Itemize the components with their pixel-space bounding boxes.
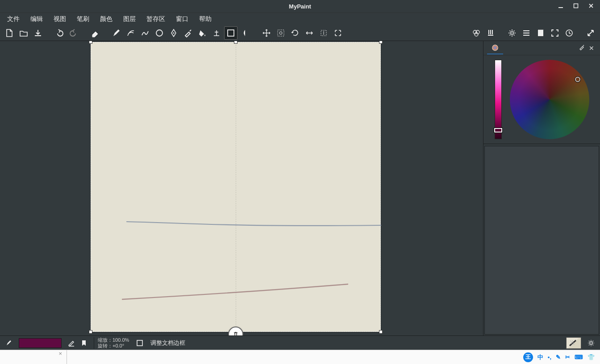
color-panel-body — [483, 55, 600, 144]
status-brush-icon[interactable] — [3, 337, 15, 349]
svg-rect-5 — [278, 30, 284, 36]
menu-color[interactable]: 颜色 — [95, 13, 118, 25]
status-edit-icon[interactable] — [65, 337, 78, 349]
ink-pen-icon[interactable] — [167, 26, 180, 40]
frame-trash-button[interactable] — [228, 327, 243, 335]
menu-bar: 文件 编辑 视图 笔刷 颜色 图层 暂存区 窗口 帮助 — [0, 12, 600, 25]
expand-icon[interactable] — [584, 26, 597, 40]
svg-point-15 — [492, 45, 498, 50]
eraser-icon[interactable] — [88, 26, 102, 40]
panel-picker-icon[interactable] — [577, 44, 587, 52]
color-swatches-icon[interactable] — [470, 26, 483, 40]
color-panel: ✕ — [483, 41, 600, 144]
undo-icon[interactable] — [53, 26, 66, 40]
svg-rect-16 — [137, 340, 142, 346]
right-sidebar: ✕ — [483, 41, 600, 335]
freehand-curve-icon[interactable] — [138, 26, 152, 40]
rotate-icon[interactable] — [288, 26, 302, 40]
open-file-icon[interactable] — [17, 26, 30, 40]
fit-width-icon[interactable] — [303, 26, 316, 40]
status-bar: 缩放：100.0% 旋转：+0.0° 调整文档边框 — [0, 335, 600, 350]
zoom-value: 100.0% — [112, 337, 129, 343]
frame-handle-br[interactable] — [379, 330, 383, 334]
status-frame-icon[interactable] — [133, 337, 146, 349]
tray-item-2[interactable]: ✎ — [556, 354, 561, 360]
zoom-fit-icon[interactable] — [274, 26, 288, 40]
tray-item-4[interactable]: ⌨ — [575, 354, 583, 360]
frame-handle-bl[interactable] — [89, 330, 92, 334]
color-wheel[interactable] — [510, 60, 589, 139]
svg-point-6 — [279, 32, 282, 34]
svg-rect-4 — [228, 30, 234, 36]
document-frame[interactable] — [91, 42, 381, 332]
options-icon[interactable] — [520, 26, 533, 40]
symmetry-icon[interactable] — [238, 26, 252, 40]
ellipse-icon[interactable] — [153, 26, 166, 40]
frame-icon[interactable] — [224, 26, 238, 40]
save-icon[interactable] — [31, 26, 45, 40]
gradient-icon[interactable] — [210, 26, 223, 40]
flood-fill-icon[interactable] — [196, 26, 209, 40]
menu-scratch[interactable]: 暂存区 — [141, 13, 171, 25]
menu-view[interactable]: 视图 — [48, 13, 71, 25]
os-taskbar: × 王 中 •, ✎ ✂ ⌨ 👕 — [0, 350, 600, 364]
tray-item-3[interactable]: ✂ — [565, 354, 570, 360]
fit-screen-icon[interactable] — [331, 26, 345, 40]
tray-item-5[interactable]: 👕 — [588, 354, 595, 360]
stroke-2 — [91, 283, 381, 301]
history-icon[interactable] — [562, 26, 576, 40]
frame-handle-tm[interactable] — [234, 41, 238, 44]
menu-edit[interactable]: 编辑 — [25, 13, 48, 25]
color-wheel-cursor[interactable] — [575, 77, 580, 82]
system-tray: 王 中 •, ✎ ✂ ⌨ 👕 — [523, 352, 600, 362]
move-icon[interactable] — [260, 26, 273, 40]
tray-item-1[interactable]: •, — [548, 354, 551, 360]
frame-handle-tl[interactable] — [89, 41, 92, 44]
brush-preview[interactable] — [566, 337, 581, 349]
svg-rect-12 — [538, 30, 543, 36]
status-settings-icon[interactable] — [585, 337, 597, 349]
svg-point-17 — [590, 342, 592, 344]
scratchpad-icon[interactable] — [534, 26, 547, 40]
taskbar-tab[interactable]: × — [0, 350, 67, 364]
main-area: ✕ — [0, 41, 600, 335]
redo-icon[interactable] — [67, 26, 80, 40]
fullscreen-icon[interactable] — [548, 26, 562, 40]
color-picker-icon[interactable] — [181, 26, 195, 40]
maximize-button[interactable] — [573, 3, 579, 10]
stroke-1 — [91, 221, 381, 232]
main-toolbar — [0, 25, 600, 41]
ime-badge-icon[interactable]: 王 — [523, 352, 533, 362]
menu-window[interactable]: 窗口 — [171, 13, 194, 25]
svg-point-3 — [173, 32, 175, 33]
taskbar-tab-close-icon[interactable]: × — [58, 350, 62, 357]
window-titlebar: MyPaint — [0, 0, 600, 12]
menu-help[interactable]: 帮助 — [194, 13, 217, 25]
close-button[interactable] — [588, 3, 594, 10]
panel-close-icon[interactable]: ✕ — [587, 45, 596, 52]
minimize-button[interactable] — [558, 3, 563, 10]
menu-layer[interactable]: 图层 — [118, 13, 141, 25]
brushes-panel-icon[interactable] — [484, 26, 497, 40]
color-wheel-tab[interactable] — [487, 42, 503, 54]
rotation-value: +0.0° — [112, 343, 124, 348]
fit-height-icon[interactable] — [317, 26, 330, 40]
window-controls — [558, 3, 600, 10]
mode-label: 调整文档边框 — [150, 339, 185, 347]
menu-file[interactable]: 文件 — [2, 13, 25, 25]
frame-handle-tr[interactable] — [379, 41, 383, 44]
canvas-viewport[interactable] — [0, 41, 483, 335]
status-bookmark-icon[interactable] — [78, 337, 90, 349]
zoom-rotation-info: 缩放：100.0% 旋转：+0.0° — [98, 337, 129, 348]
tray-item-0[interactable]: 中 — [538, 353, 543, 361]
menu-brush[interactable]: 笔刷 — [71, 13, 95, 25]
settings-icon[interactable] — [505, 26, 519, 40]
new-file-icon[interactable] — [3, 26, 16, 40]
svg-point-11 — [511, 32, 513, 34]
current-color-swatch[interactable] — [19, 338, 62, 348]
app-title: MyPaint — [289, 3, 311, 10]
brush-icon[interactable] — [110, 26, 123, 40]
value-strip-cursor[interactable] — [494, 128, 502, 132]
value-strip[interactable] — [495, 60, 502, 139]
lines-icon[interactable] — [124, 26, 138, 40]
